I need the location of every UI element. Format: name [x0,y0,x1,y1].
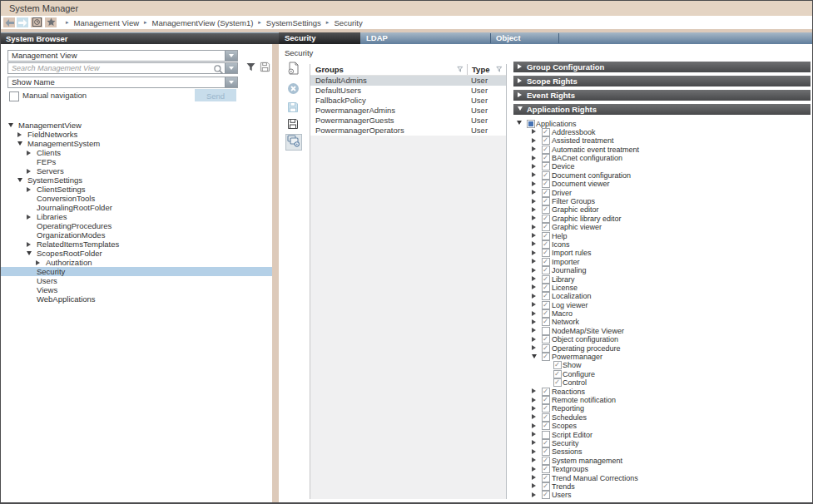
breadcrumb-item-security[interactable]: Security [334,18,362,27]
collapsed-arrow-icon[interactable] [532,449,536,454]
right-item-addressbook[interactable]: Addressbook [510,127,812,136]
group-row-defaultusers[interactable]: DefaultUsersUser [310,86,506,96]
collapsed-arrow-icon[interactable] [532,276,536,281]
right-item-system-management[interactable]: System management [510,456,812,464]
breadcrumb-item-management-view[interactable]: Management View [74,18,140,27]
tree-item-systemsettings[interactable]: SystemSettings [1,175,272,185]
tree-item-clients[interactable]: Clients [1,148,272,157]
right-item-import-rules[interactable]: Import rules [510,249,812,257]
right-item-sessions[interactable]: Sessions [510,447,812,456]
collapsed-arrow-icon[interactable] [532,294,536,299]
search-options-arrow-button[interactable] [225,63,237,73]
right-item-reactions[interactable]: Reactions [510,387,812,395]
right-item-trends[interactable]: Trends [510,482,812,490]
tree-item-managementsystem[interactable]: ManagementSystem [1,139,272,148]
right-item-library[interactable]: Library [510,274,812,283]
tree-item-scopesrootfolder[interactable]: ScopesRootFolder [1,249,272,258]
collapsed-arrow-icon[interactable] [532,199,536,204]
collapsed-arrow-icon[interactable] [27,242,31,247]
right-item-license[interactable]: License [510,283,812,291]
collapsed-arrow-icon[interactable] [532,345,536,350]
right-item-icons[interactable]: Icons [510,240,812,248]
filter-button[interactable] [245,62,256,74]
tree-item-relateditemstemplates[interactable]: RelatedItemsTemplates [1,240,272,249]
tree-item-managementview[interactable]: ManagementView [1,121,272,130]
collapsed-arrow-icon[interactable] [532,423,536,428]
right-item-reporting[interactable]: Reporting [510,404,812,413]
right-item-users[interactable]: Users [510,491,812,499]
right-item-graphic-editor[interactable]: Graphic editor [510,205,812,214]
collapsed-arrow-icon[interactable] [27,151,31,156]
right-item-schedules[interactable]: Schedules [510,413,812,421]
right-item-automatic-event-treatment[interactable]: Automatic event treatment [510,145,812,153]
collapsed-arrow-icon[interactable] [532,406,536,411]
manual-navigation-checkbox[interactable] [9,91,19,101]
back-button[interactable] [3,17,15,27]
save-button[interactable] [285,101,300,116]
collapsed-arrow-icon[interactable] [532,398,536,403]
right-item-show[interactable]: Show [510,361,812,369]
right-item-applications[interactable]: Applications [510,119,812,127]
tree-item-libraries[interactable]: Libraries [1,212,272,221]
collapsed-arrow-icon[interactable] [532,457,536,462]
right-item-scopes[interactable]: Scopes [510,422,812,430]
collapsed-arrow-icon[interactable] [532,483,536,488]
tree-item-users[interactable]: Users [1,276,272,285]
collapsed-arrow-icon[interactable] [532,440,536,445]
right-item-help[interactable]: Help [510,231,812,240]
panel-splitter[interactable] [272,44,279,502]
collapsed-arrow-icon[interactable] [27,215,31,220]
group-row-defaultadmins[interactable]: DefaultAdminsUser [310,76,506,86]
search-input[interactable] [8,63,211,73]
display-mode-arrow-button[interactable] [225,77,237,87]
collapsed-arrow-icon[interactable] [532,492,536,497]
right-item-bacnet-configuration[interactable]: BACnet configuration [510,154,812,162]
group-row-powermanageradmins[interactable]: PowermanagerAdminsUser [310,106,506,116]
breadcrumb-item-managementview-system1[interactable]: ManagementView (System1) [152,18,254,27]
collapsed-arrow-icon[interactable] [532,302,536,307]
collapsed-arrow-icon[interactable] [532,190,536,195]
right-item-operating-procedure[interactable]: Operating procedure [510,343,812,352]
right-item-security[interactable]: Security [510,438,812,447]
tab-ldap[interactable]: LDAP [360,32,490,44]
right-item-checkbox[interactable] [542,422,550,430]
collapsed-arrow-icon[interactable] [532,432,536,437]
right-item-checkbox[interactable] [542,318,550,326]
collapsed-arrow-icon[interactable] [532,172,536,177]
collapsed-arrow-icon[interactable] [532,156,536,161]
right-item-object-configuration[interactable]: Object configuration [510,335,812,343]
collapsed-arrow-icon[interactable] [532,207,536,212]
collapsed-arrow-icon[interactable] [532,475,536,480]
tree-item-journalingrootfolder[interactable]: JournalingRootFolder [1,203,272,212]
tree-item-conversiontools[interactable]: ConversionTools [1,194,272,203]
section-scope-rights[interactable]: Scope Rights [513,76,811,86]
right-item-textgroups[interactable]: Textgroups [510,465,812,473]
right-item-script-editor[interactable]: Script Editor [510,430,812,438]
right-item-checkbox[interactable] [542,353,550,361]
right-item-log-viewer[interactable]: Log viewer [510,300,812,309]
right-item-importer[interactable]: Importer [510,257,812,265]
collapsed-arrow-icon[interactable] [532,129,536,134]
section-event-rights[interactable]: Event Rights [513,90,811,101]
tree-item-fieldnetworks[interactable]: FieldNetworks [1,130,272,139]
collapsed-arrow-icon[interactable] [532,388,536,393]
collapsed-arrow-icon[interactable] [532,268,536,273]
tree-item-organizationmodes[interactable]: OrganizationModes [1,230,272,240]
group-row-fallbackpolicy[interactable]: FallbackPolicyUser [310,96,506,106]
expanded-arrow-icon[interactable] [17,141,22,146]
collapsed-arrow-icon[interactable] [532,233,536,238]
view-selector-dropdown[interactable]: Management View [7,50,238,62]
collapsed-arrow-icon[interactable] [532,164,536,169]
manage-settings-button[interactable] [285,134,302,151]
tab-security[interactable]: Security [279,32,360,44]
right-item-driver[interactable]: Driver [510,188,812,196]
type-filter-icon[interactable] [496,66,503,73]
tab-object-configurator[interactable]: Object Configurator [490,32,558,44]
collapsed-arrow-icon[interactable] [532,311,536,316]
forward-button[interactable] [17,17,28,27]
tree-item-authorization[interactable]: Authorization [1,258,272,267]
collapsed-arrow-icon[interactable] [532,181,536,186]
right-item-graphic-viewer[interactable]: Graphic viewer [510,223,812,231]
group-row-powermanagerguests[interactable]: PowermanagerGuestsUser [310,116,506,126]
display-mode-dropdown[interactable]: Show Name [7,77,238,88]
